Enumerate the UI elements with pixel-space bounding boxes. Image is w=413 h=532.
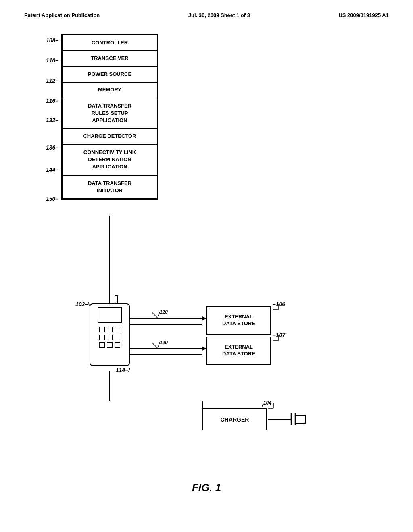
label-132: 132– bbox=[46, 117, 58, 123]
svg-rect-17 bbox=[295, 415, 305, 423]
block-controller: CONTROLLER bbox=[62, 35, 157, 51]
phone-screen bbox=[98, 307, 122, 323]
header-left: Patent Application Publication bbox=[24, 12, 100, 18]
patent-header: Patent Application Publication Jul. 30, … bbox=[24, 12, 389, 18]
label-136: 136– bbox=[46, 144, 58, 151]
label-112: 112– bbox=[46, 77, 58, 84]
phone-key bbox=[115, 342, 120, 348]
label-108: 108– bbox=[46, 37, 58, 44]
phone-key bbox=[115, 327, 120, 332]
figure-label: FIG. 1 bbox=[24, 482, 389, 494]
phone-device bbox=[90, 303, 130, 366]
block-data-transfer-rules: DATA TRANSFERRULES SETUPAPPLICATION bbox=[62, 98, 157, 129]
label-150: 150– bbox=[46, 195, 58, 202]
svg-line-12 bbox=[152, 312, 158, 318]
phone-key bbox=[107, 342, 113, 348]
device-stack: CONTROLLER TRANSCEIVER POWER SOURCE MEMO… bbox=[61, 34, 158, 200]
phone-key bbox=[107, 327, 113, 332]
block-memory: MEMORY bbox=[62, 82, 157, 98]
svg-marker-6 bbox=[202, 347, 206, 351]
phone-key bbox=[107, 335, 113, 340]
label-114: 114–/ bbox=[116, 367, 130, 373]
block-data-transfer-initiator: DATA TRANSFERINITIATOR bbox=[62, 175, 157, 199]
diagram: 108– 110– 112– 116– 132– 136– 144– 150– … bbox=[33, 30, 380, 474]
phone-key bbox=[115, 335, 120, 340]
label-120-1: /120 bbox=[158, 309, 168, 317]
charger-box: CHARGER bbox=[202, 408, 267, 430]
external-data-store-1: EXTERNALDATA STORE bbox=[206, 306, 271, 335]
label-116: 116– bbox=[46, 98, 58, 104]
label-104: /104 bbox=[262, 400, 271, 408]
block-transceiver: TRANSCEIVER bbox=[62, 51, 157, 66]
header-right: US 2009/0191925 A1 bbox=[338, 12, 389, 18]
label-106: –106 bbox=[273, 301, 285, 308]
phone-key bbox=[99, 335, 105, 340]
label-144: 144– bbox=[46, 166, 58, 173]
header-center: Jul. 30, 2009 Sheet 1 of 3 bbox=[188, 12, 250, 18]
phone-key bbox=[99, 327, 105, 332]
phone-keypad bbox=[98, 326, 121, 349]
label-107: –107 bbox=[273, 332, 285, 338]
svg-marker-2 bbox=[202, 316, 206, 320]
phone-key bbox=[99, 342, 105, 348]
label-102: 102–\ bbox=[75, 301, 90, 308]
block-charge-detector: CHARGE DETECTOR bbox=[62, 129, 157, 144]
block-power-source: POWER SOURCE bbox=[62, 66, 157, 82]
phone-antenna bbox=[115, 295, 118, 303]
block-connectivity-link: CONNECTIVITY LINKDETERMINATIONAPPLICATIO… bbox=[62, 144, 157, 175]
label-110: 110– bbox=[46, 57, 58, 64]
label-120-2: /120 bbox=[158, 340, 168, 348]
page: Patent Application Publication Jul. 30, … bbox=[0, 0, 413, 532]
svg-line-13 bbox=[152, 343, 158, 349]
external-data-store-2: EXTERNALDATA STORE bbox=[206, 337, 271, 365]
